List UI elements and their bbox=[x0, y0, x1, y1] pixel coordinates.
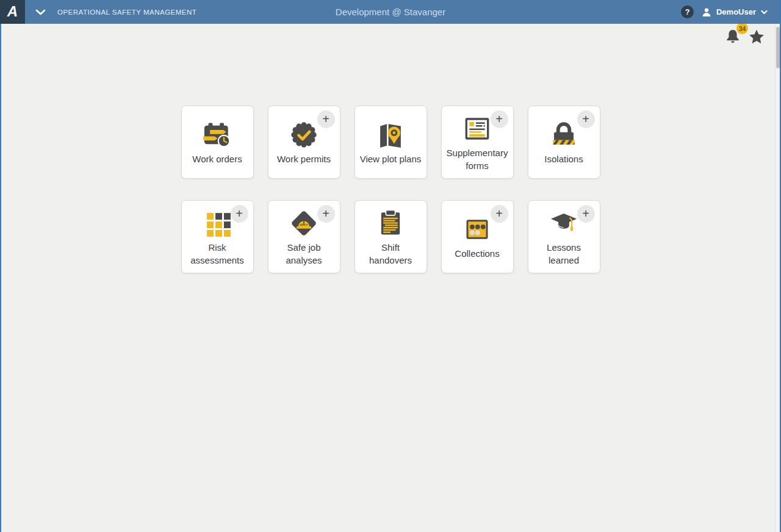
tile-safe-job-analyses[interactable]: + SAFETY Safe job analyses bbox=[268, 200, 340, 273]
logo-letter: A bbox=[7, 4, 18, 19]
dashboard-tile-grid: + Work orders + Work permits bbox=[181, 106, 600, 273]
tile-label: View plot plans bbox=[359, 153, 422, 165]
user-icon bbox=[702, 7, 711, 17]
add-risk-assessment-button[interactable]: + bbox=[231, 205, 248, 223]
user-name: DemoUser bbox=[716, 7, 756, 16]
tile-label: Work permits bbox=[272, 153, 336, 165]
help-button[interactable]: ? bbox=[681, 5, 694, 18]
tile-supplementary-forms[interactable]: + Supplementary forms bbox=[441, 106, 514, 179]
tile-label: Supplementary forms bbox=[445, 147, 509, 172]
app-logo[interactable]: A bbox=[0, 0, 25, 24]
star-icon bbox=[748, 28, 765, 45]
supplementary-forms-icon bbox=[461, 112, 494, 145]
tile-isolations[interactable]: + Isolations bbox=[528, 106, 600, 179]
tile-label: Safe job analyses bbox=[272, 242, 336, 267]
user-chevron-down-icon bbox=[761, 10, 768, 15]
notification-count-badge: 34 bbox=[736, 23, 748, 34]
work-orders-icon bbox=[201, 118, 234, 151]
tile-lessons-learned[interactable]: + Lessons learned bbox=[528, 200, 600, 273]
lessons-learned-icon bbox=[547, 207, 580, 240]
tile-collections[interactable]: + Collections bbox=[441, 200, 514, 273]
tile-label: Isolations bbox=[532, 153, 596, 165]
tile-label: Risk assessments bbox=[185, 242, 249, 267]
isolations-icon bbox=[547, 118, 580, 151]
tile-work-permits[interactable]: + Work permits bbox=[268, 106, 340, 179]
shift-handovers-icon bbox=[374, 207, 407, 240]
add-supplementary-form-button[interactable]: + bbox=[491, 110, 508, 128]
tile-label: Shift handovers bbox=[359, 242, 422, 267]
menu-chevron-down-icon[interactable] bbox=[35, 9, 46, 16]
top-bar: A OPERATIONAL SAFETY MANAGEMENT Developm… bbox=[0, 0, 781, 24]
safe-job-analyses-icon: SAFETY bbox=[287, 207, 320, 240]
add-collection-button[interactable]: + bbox=[491, 205, 508, 223]
tile-label: Collections bbox=[445, 248, 509, 260]
notifications-bell-button[interactable]: 34 bbox=[724, 28, 741, 48]
tile-label: Lessons learned bbox=[532, 242, 596, 267]
app-title: OPERATIONAL SAFETY MANAGEMENT bbox=[57, 9, 196, 16]
risk-assessments-icon bbox=[201, 207, 234, 240]
tile-view-plot-plans[interactable]: + View plot plans bbox=[355, 106, 427, 179]
collections-icon bbox=[461, 213, 494, 246]
notification-area: 34 bbox=[724, 28, 765, 48]
add-work-permit-button[interactable]: + bbox=[317, 110, 335, 128]
add-lesson-learned-button[interactable]: + bbox=[577, 205, 595, 223]
header-right-cluster: ? DemoUser bbox=[681, 5, 781, 18]
svg-text:SAFETY: SAFETY bbox=[300, 224, 309, 226]
environment-title: Development @ Stavanger bbox=[336, 7, 445, 17]
user-menu[interactable]: DemoUser bbox=[702, 7, 768, 17]
add-isolation-button[interactable]: + bbox=[577, 110, 595, 128]
add-safe-job-analysis-button[interactable]: + bbox=[317, 205, 335, 223]
favorites-star-button[interactable] bbox=[748, 28, 765, 48]
view-plot-plans-icon bbox=[374, 118, 407, 151]
tile-risk-assessments[interactable]: + Risk assessments bbox=[181, 200, 254, 273]
work-permits-icon bbox=[287, 118, 320, 151]
tile-work-orders[interactable]: + Work orders bbox=[181, 106, 254, 179]
tile-label: Work orders bbox=[185, 153, 249, 165]
window-left-edge bbox=[0, 24, 1, 532]
tile-shift-handovers[interactable]: + Shift handovers bbox=[355, 200, 427, 273]
